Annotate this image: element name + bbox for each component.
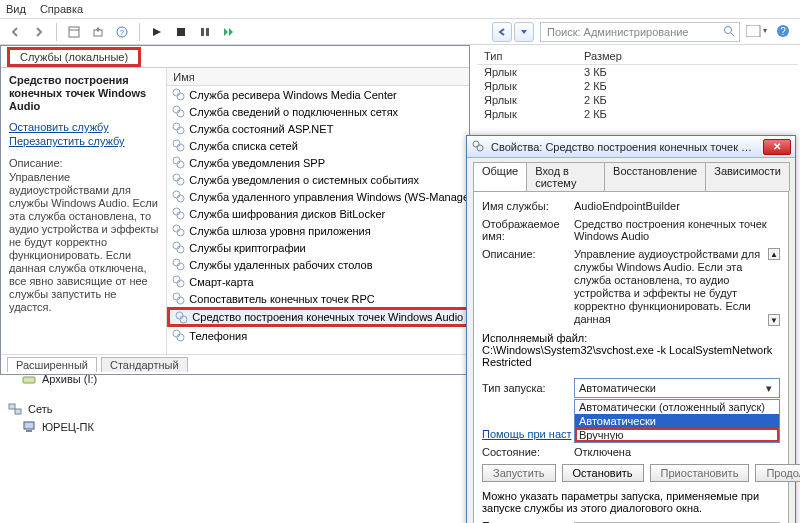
nav-dropdown-icon[interactable]	[514, 22, 534, 42]
service-item[interactable]: Служба сведений о подключенных сетях	[167, 103, 469, 120]
nav-back-icon[interactable]	[492, 22, 512, 42]
label-display-name: Отображаемое имя:	[482, 218, 574, 242]
explorer-row[interactable]: Ярлык2 КБ	[478, 79, 798, 93]
service-item-label: Телефония	[189, 330, 247, 342]
scroll-down-icon[interactable]: ▼	[768, 314, 780, 326]
dialog-titlebar[interactable]: Свойства: Средство построения конечных т…	[467, 136, 795, 158]
tab-services-local[interactable]: Службы (локальные)	[7, 47, 141, 67]
svg-point-39	[177, 263, 184, 270]
search-input[interactable]	[545, 25, 719, 39]
svg-point-30	[173, 191, 180, 198]
service-item[interactable]: Служба шифрования дисков BitLocker	[167, 205, 469, 222]
btn-pause[interactable]: Приостановить	[650, 464, 750, 482]
svg-point-28	[173, 174, 180, 181]
link-restart-service[interactable]: Перезапустить службу	[9, 135, 160, 147]
help-icon[interactable]: ?	[111, 21, 133, 43]
service-list[interactable]: Служба ресивера Windows Media CenterСлуж…	[167, 86, 469, 354]
tree-item-pc[interactable]: ЮРЕЦ-ПК	[22, 418, 208, 436]
svg-rect-51	[24, 422, 34, 429]
tab-recovery[interactable]: Восстановление	[604, 162, 706, 191]
value-service-name: AudioEndpointBuilder	[574, 200, 780, 212]
svg-point-37	[177, 246, 184, 253]
column-header-name[interactable]: Имя	[167, 68, 469, 86]
service-item[interactable]: Служба ресивера Windows Media Center	[167, 86, 469, 103]
menu-view[interactable]: Вид	[6, 3, 26, 15]
scroll-up-icon[interactable]: ▲	[768, 248, 780, 260]
svg-point-38	[173, 259, 180, 266]
tree-item-network[interactable]: Сеть	[8, 400, 208, 418]
service-item-label: Служба удаленного управления Windows (WS…	[189, 191, 469, 203]
startup-type-combo[interactable]: Автоматически ▾ Автоматически (отложенны…	[574, 378, 780, 398]
tab-general[interactable]: Общие	[473, 162, 527, 191]
computer-icon	[22, 420, 36, 434]
service-item[interactable]: Служба уведомления SPP	[167, 154, 469, 171]
btn-start[interactable]: Запустить	[482, 464, 556, 482]
dd-option-auto[interactable]: Автоматически	[575, 414, 779, 428]
view-options-icon[interactable]	[746, 25, 768, 39]
dd-option-auto-delayed[interactable]: Автоматически (отложенный запуск)	[575, 400, 779, 414]
svg-point-22	[173, 123, 180, 130]
link-help-startup[interactable]: Помощь при наст	[482, 428, 572, 440]
help-icon-right[interactable]: ?	[776, 24, 790, 40]
close-button[interactable]: ✕	[763, 139, 791, 155]
play-icon[interactable]	[146, 21, 168, 43]
svg-point-31	[177, 195, 184, 202]
service-item[interactable]: Служба уведомления о системных событиях	[167, 171, 469, 188]
properties-icon[interactable]	[63, 21, 85, 43]
service-item[interactable]: Служба состояний ASP.NET	[167, 120, 469, 137]
svg-line-13	[731, 33, 734, 36]
label-description: Описание:	[482, 248, 574, 326]
search-box[interactable]	[540, 22, 740, 42]
explorer-row[interactable]: Ярлык2 КБ	[478, 107, 798, 121]
explorer-row[interactable]: Ярлык3 КБ	[478, 65, 798, 79]
gear-icon	[171, 329, 185, 343]
svg-point-46	[173, 330, 180, 337]
service-item[interactable]: Смарт-карта	[167, 273, 469, 290]
service-item-label: Служба шлюза уровня приложения	[189, 225, 370, 237]
svg-point-45	[180, 316, 187, 323]
service-item[interactable]: Службы криптографии	[167, 239, 469, 256]
restart-icon[interactable]	[218, 21, 240, 43]
gear-icon	[171, 207, 185, 221]
tab-logon[interactable]: Вход в систему	[526, 162, 605, 191]
service-item[interactable]: Сопоставитель конечных точек RPC	[167, 290, 469, 307]
gear-icon	[171, 275, 185, 289]
service-item[interactable]: Телефония	[167, 327, 469, 344]
svg-point-20	[173, 106, 180, 113]
stop-icon[interactable]	[170, 21, 192, 43]
gear-icon	[174, 310, 188, 324]
menu-help[interactable]: Справка	[40, 3, 83, 15]
value-description: Управление аудиоустройствами для службы …	[574, 248, 780, 326]
service-item[interactable]: Служба списка сетей	[167, 137, 469, 154]
btn-stop[interactable]: Остановить	[562, 464, 644, 482]
back-icon[interactable]	[4, 21, 26, 43]
col-type[interactable]: Тип	[478, 48, 578, 64]
desc-label: Описание:	[9, 157, 160, 169]
btn-resume[interactable]: Продолжить	[755, 464, 800, 482]
svg-rect-7	[201, 28, 204, 36]
svg-point-41	[177, 280, 184, 287]
gear-icon	[171, 156, 185, 170]
export-icon[interactable]	[87, 21, 109, 43]
svg-rect-6	[177, 28, 185, 36]
forward-icon[interactable]	[28, 21, 50, 43]
service-item[interactable]: Службы удаленных рабочих столов	[167, 256, 469, 273]
service-item-label: Служба шифрования дисков BitLocker	[189, 208, 385, 220]
svg-point-32	[173, 208, 180, 215]
col-size[interactable]: Размер	[578, 48, 628, 64]
pause-icon[interactable]	[194, 21, 216, 43]
service-detail-pane: Средство построения конечных точек Windo…	[1, 68, 167, 354]
service-item[interactable]: Служба удаленного управления Windows (WS…	[167, 188, 469, 205]
service-item[interactable]: Служба шлюза уровня приложения	[167, 222, 469, 239]
explorer-row[interactable]: Ярлык2 КБ	[478, 93, 798, 107]
svg-marker-10	[229, 28, 233, 36]
dd-option-manual[interactable]: Вручную	[575, 428, 779, 442]
tab-dependencies[interactable]: Зависимости	[705, 162, 790, 191]
link-stop-service[interactable]: Остановить службу	[9, 121, 160, 133]
svg-rect-50	[15, 409, 21, 414]
label-startup-type: Тип запуска:	[482, 382, 574, 394]
svg-rect-8	[206, 28, 209, 36]
service-item[interactable]: Средство построения конечных точек Windo…	[167, 307, 469, 327]
tree-item-archives[interactable]: Архивы (I:)	[22, 370, 208, 388]
svg-marker-5	[153, 28, 161, 36]
